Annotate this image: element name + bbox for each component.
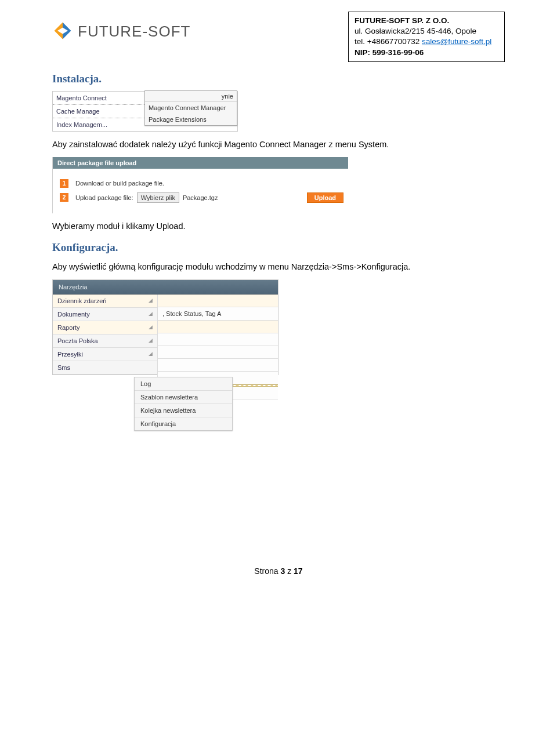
upload-button[interactable]: Upload xyxy=(307,192,343,203)
submenu-item[interactable]: Log xyxy=(135,377,232,391)
chevron-right-icon: ◢ xyxy=(149,351,153,357)
paragraph-upload: Wybieramy moduł i klikamy Upload. xyxy=(52,221,505,231)
menu-item[interactable]: Raporty◢ xyxy=(53,321,157,335)
logo-text: FUTURE-SOFT xyxy=(78,23,190,41)
step-number-icon: 2 xyxy=(60,193,68,202)
submenu-item[interactable]: Magento Connect Manager xyxy=(145,102,237,114)
choose-file-button[interactable]: Wybierz plik xyxy=(137,192,179,203)
menu-item-sms[interactable]: Sms xyxy=(53,361,157,375)
heading-instalacja: Instalacja. xyxy=(52,72,505,85)
step-number-icon: 1 xyxy=(60,179,68,188)
heading-konfiguracja: Konfiguracja. xyxy=(52,241,505,254)
step-1-text: Download or build package file. xyxy=(75,180,164,187)
figure-narzedzia-menu: Narzędzia Dziennik zdarzeń◢ Dokumenty◢ R… xyxy=(52,279,505,375)
paragraph-install: Aby zainstalować dodatek należy użyć fun… xyxy=(52,140,505,149)
menu-item[interactable]: Index Managem... xyxy=(53,118,146,131)
page-total: 17 xyxy=(294,566,303,576)
submenu-item[interactable]: Szablon newslettera xyxy=(135,391,232,404)
upload-step-2: 2 Upload package file: Wybierz plik Pack… xyxy=(60,192,343,203)
menu-item[interactable]: Przesyłki◢ xyxy=(53,348,157,361)
chevron-right-icon: ◢ xyxy=(149,297,153,303)
logo: FUTURE-SOFT xyxy=(52,20,190,43)
svg-marker-0 xyxy=(55,23,63,39)
menu-item[interactable]: Magento Connect xyxy=(53,92,146,105)
menu-item[interactable]: Dziennik zdarzeń◢ xyxy=(53,295,157,308)
company-nip: NIP: 599-316-99-06 xyxy=(355,48,498,58)
company-email-link[interactable]: sales@future-soft.pl xyxy=(422,37,491,46)
paragraph-config: Aby wyświetlić główną konfigurację moduł… xyxy=(52,262,505,271)
submenu-item[interactable]: Package Extensions xyxy=(145,114,237,125)
menu-header-narzedzia[interactable]: Narzędzia xyxy=(53,280,278,295)
figure-upload: Direct package file upload 1 Download or… xyxy=(52,157,505,213)
company-info-box: FUTURE-SOFT SP. Z O.O. ul. Gosławicka2/2… xyxy=(348,12,505,62)
submenu-header: ynie xyxy=(145,91,237,102)
submenu: ynie Magento Connect Manager Package Ext… xyxy=(144,90,237,126)
logo-icon xyxy=(52,20,73,43)
submenu-item-konfiguracja[interactable]: Konfiguracja xyxy=(135,417,232,430)
chevron-right-icon: ◢ xyxy=(149,311,153,317)
step-2-label: Upload package file: xyxy=(75,194,133,201)
company-address: ul. Gosławicka2/215 45-446, Opole xyxy=(355,26,498,37)
menu-item[interactable]: Cache Manage xyxy=(53,105,146,118)
upload-panel-title: Direct package file upload xyxy=(53,157,348,169)
figure-system-menu: Magento Connect Cache Manage Index Manag… xyxy=(52,91,505,132)
sms-submenu: Log Szablon newslettera Kolejka newslett… xyxy=(134,377,233,431)
menu-item[interactable]: Dokumenty◢ xyxy=(53,308,157,321)
page-footer: Strona 3 z 17 xyxy=(52,566,505,576)
package-filename: Package.tgz xyxy=(183,194,218,201)
menu-item[interactable]: Poczta Polska◢ xyxy=(53,335,157,348)
svg-marker-1 xyxy=(63,23,71,39)
company-contact: tel. +48667700732 sales@future-soft.pl xyxy=(355,37,498,47)
upload-step-1: 1 Download or build package file. xyxy=(60,179,343,188)
submenu-item[interactable]: Kolejka newslettera xyxy=(135,404,232,417)
document-header: FUTURE-SOFT FUTURE-SOFT SP. Z O.O. ul. G… xyxy=(52,12,505,62)
company-name: FUTURE-SOFT SP. Z O.O. xyxy=(355,16,449,25)
chevron-right-icon: ◢ xyxy=(149,324,153,330)
right-panel-text: , Stock Status, Tag A xyxy=(158,307,278,321)
chevron-right-icon: ◢ xyxy=(149,337,153,343)
